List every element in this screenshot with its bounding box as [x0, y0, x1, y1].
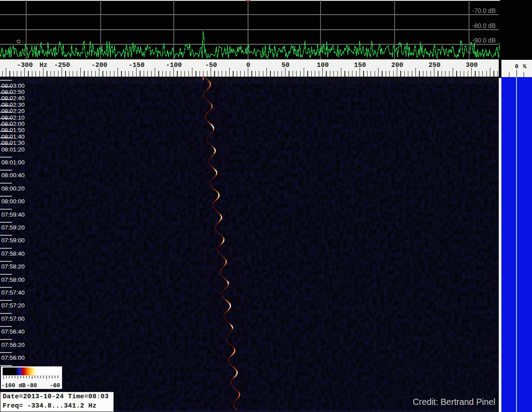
- svg-text:08:00:20: 08:00:20: [1, 185, 25, 192]
- svg-text:08:02:30: 08:02:30: [1, 101, 25, 108]
- svg-text:08:02:50: 08:02:50: [1, 89, 25, 95]
- svg-text:07:58:20: 07:58:20: [1, 263, 25, 270]
- svg-text:08:01:20: 08:01:20: [1, 146, 25, 153]
- svg-text:07:59:00: 07:59:00: [1, 237, 25, 244]
- svg-text:07:57:40: 07:57:40: [1, 289, 25, 296]
- svg-text:07:58:40: 07:58:40: [1, 250, 25, 257]
- svg-text:08:02:40: 08:02:40: [1, 95, 25, 101]
- svg-text:08:02:10: 08:02:10: [1, 114, 25, 121]
- svg-text:08:01:40: 08:01:40: [1, 133, 25, 140]
- svg-text:08:01:00: 08:01:00: [1, 159, 25, 166]
- svg-text:08:00:00: 08:00:00: [1, 198, 25, 205]
- svg-text:08:03:00: 08:03:00: [1, 82, 25, 89]
- svg-text:07:58:00: 07:58:00: [1, 276, 25, 283]
- svg-text:07:59:40: 07:59:40: [1, 211, 25, 218]
- svg-text:-60: -60: [50, 382, 60, 389]
- svg-text:07:57:20: 07:57:20: [1, 302, 25, 309]
- svg-text:07:59:20: 07:59:20: [1, 224, 25, 231]
- svg-text:08:02:00: 08:02:00: [1, 120, 25, 127]
- svg-text:08:01:30: 08:01:30: [1, 140, 25, 146]
- svg-text:08:01:50: 08:01:50: [1, 127, 25, 133]
- svg-text:07:57:00: 07:57:00: [1, 315, 25, 322]
- svg-text:-80: -80: [27, 382, 37, 389]
- svg-text:07:56:40: 07:56:40: [1, 328, 25, 335]
- svg-text:-100 dB: -100 dB: [1, 382, 26, 389]
- svg-text:07:56:00: 07:56:00: [1, 354, 25, 361]
- svg-text:07:56:20: 07:56:20: [1, 342, 25, 348]
- svg-text:08:00:40: 08:00:40: [1, 172, 25, 179]
- svg-text:08:02:20: 08:02:20: [1, 108, 25, 114]
